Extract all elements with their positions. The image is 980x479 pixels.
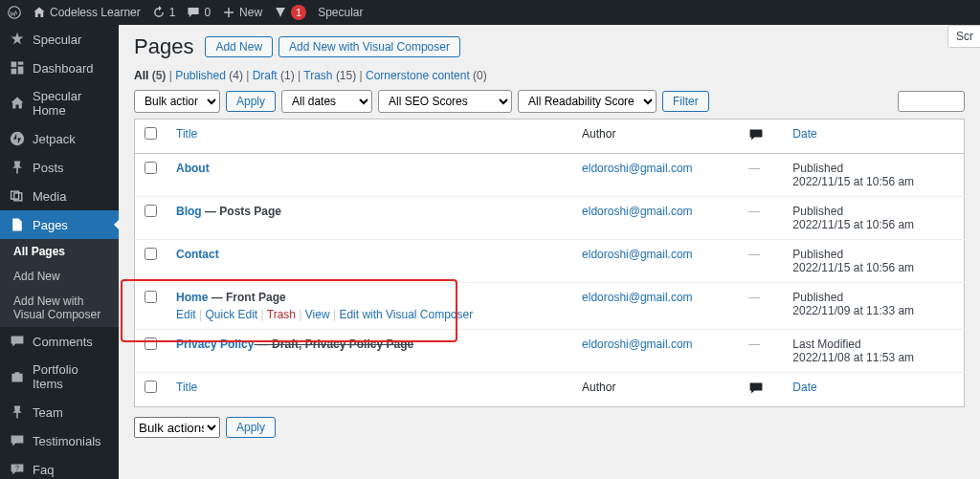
date-status: Published xyxy=(792,291,843,304)
main-content: Pages Add New Add New with Visual Compos… xyxy=(119,25,980,479)
readability-select[interactable]: All Readability Scores xyxy=(518,90,657,113)
sidebar-item-specular[interactable]: Specular xyxy=(0,25,119,54)
date-value: 2022/11/15 at 10:56 am xyxy=(792,261,914,274)
row-checkbox[interactable] xyxy=(145,248,157,260)
author-link[interactable]: eldoroshi@gmail.com xyxy=(582,291,693,304)
date-status: Published xyxy=(792,162,843,175)
date-value: 2022/11/08 at 11:53 am xyxy=(792,351,914,364)
pin-icon xyxy=(10,404,25,420)
page-title: Pages xyxy=(134,34,193,59)
specular-link[interactable]: Specular xyxy=(318,6,363,19)
row-checkbox[interactable] xyxy=(145,205,157,217)
comment-icon xyxy=(748,132,764,145)
table-row: Abouteldoroshi@gmail.com—Published2022/1… xyxy=(135,154,965,197)
wp-logo[interactable] xyxy=(8,6,21,19)
row-checkbox[interactable] xyxy=(145,162,157,174)
filter-cornerstone[interactable]: Cornerstone content (0) xyxy=(366,69,487,82)
page-icon xyxy=(10,217,25,232)
comments-count: — xyxy=(748,248,760,261)
select-all-checkbox-bottom[interactable] xyxy=(145,381,157,393)
page-title-link[interactable]: Home xyxy=(176,291,208,304)
author-link[interactable]: eldoroshi@gmail.com xyxy=(582,337,693,351)
dates-select[interactable]: All dates xyxy=(281,90,372,113)
add-new-vc-button[interactable]: Add New with Visual Composer xyxy=(278,36,460,57)
edit-link[interactable]: Edit xyxy=(176,308,196,321)
tablenav-top: Bulk actions Apply All dates All SEO Sco… xyxy=(134,90,965,113)
sidebar-item-comments[interactable]: Comments xyxy=(0,327,119,356)
bulk-actions-select-bottom[interactable]: Bulk actions xyxy=(134,417,220,438)
screen-options-button[interactable]: Scr xyxy=(947,25,980,48)
edit-vc-link[interactable]: Edit with Visual Composer xyxy=(339,308,473,321)
yoast-icon xyxy=(274,6,287,19)
add-new-button[interactable]: Add New xyxy=(205,36,273,57)
filter-button[interactable]: Filter xyxy=(662,91,709,112)
submenu-item[interactable]: Add New with Visual Composer xyxy=(0,289,119,327)
faq-icon: ? xyxy=(10,462,25,477)
page-title-link[interactable]: About xyxy=(176,162,210,175)
submenu-item[interactable]: Add New xyxy=(0,264,119,289)
col-comments[interactable] xyxy=(739,120,783,154)
svg-text:?: ? xyxy=(15,464,19,472)
yoast-link[interactable]: 1 xyxy=(274,5,306,20)
sidebar-item-label: Specular Home xyxy=(33,89,109,118)
post-state: — Draft, Privacy Policy Page xyxy=(254,337,413,351)
admin-sidebar: SpecularDashboardSpecular HomeJetpackPos… xyxy=(0,25,119,479)
sidebar-item-faq[interactable]: ?Faq xyxy=(0,455,119,479)
col-date[interactable]: Date xyxy=(783,120,964,154)
sidebar-item-jetpack[interactable]: Jetpack xyxy=(0,124,119,153)
sidebar-item-portfolio-items[interactable]: Portfolio Items xyxy=(0,356,119,398)
seo-select[interactable]: All SEO Scores xyxy=(378,90,512,113)
star-icon xyxy=(10,32,25,47)
apply-button[interactable]: Apply xyxy=(226,91,276,112)
view-link[interactable]: View xyxy=(305,308,330,321)
sidebar-item-specular-home[interactable]: Specular Home xyxy=(0,82,119,124)
filter-all[interactable]: All (5) xyxy=(134,69,166,82)
page-title-link[interactable]: Contact xyxy=(176,248,219,261)
sidebar-item-label: Team xyxy=(33,405,63,420)
date-status: Published xyxy=(792,205,843,218)
sidebar-item-pages[interactable]: Pages xyxy=(0,210,119,239)
author-link[interactable]: eldoroshi@gmail.com xyxy=(582,205,693,218)
col-title[interactable]: Title xyxy=(167,120,572,154)
portfolio-icon xyxy=(10,369,25,384)
row-checkbox[interactable] xyxy=(145,337,157,350)
svg-point-1 xyxy=(11,132,24,145)
sidebar-item-posts[interactable]: Posts xyxy=(0,153,119,182)
sidebar-item-dashboard[interactable]: Dashboard xyxy=(0,54,119,82)
site-name-link[interactable]: Codeless Learner xyxy=(33,6,141,19)
new-link[interactable]: New xyxy=(222,6,262,19)
trash-link[interactable]: Trash xyxy=(267,308,296,321)
row-checkbox[interactable] xyxy=(145,291,157,303)
testimonial-icon xyxy=(10,433,25,448)
author-link[interactable]: eldoroshi@gmail.com xyxy=(582,248,693,261)
home-icon xyxy=(33,6,46,19)
filter-draft[interactable]: Draft (1) xyxy=(253,69,295,82)
col-comments-foot[interactable] xyxy=(739,373,783,407)
sidebar-item-testimonials[interactable]: Testimonials xyxy=(0,426,119,455)
filter-trash[interactable]: Trash (15) xyxy=(303,69,356,82)
col-date-foot[interactable]: Date xyxy=(783,373,964,407)
bulk-actions-select[interactable]: Bulk actions xyxy=(134,90,220,113)
page-title-link[interactable]: Blog xyxy=(176,205,202,218)
dashboard-icon xyxy=(10,60,25,76)
comments-link[interactable]: 0 xyxy=(187,6,211,19)
updates-link[interactable]: 1 xyxy=(152,6,176,19)
select-all-checkbox[interactable] xyxy=(145,127,157,140)
sidebar-item-media[interactable]: Media xyxy=(0,182,119,210)
page-title-link[interactable]: Privacy Policy xyxy=(176,337,254,351)
sidebar-item-label: Media xyxy=(33,189,66,204)
col-title-foot[interactable]: Title xyxy=(167,373,572,407)
sidebar-item-team[interactable]: Team xyxy=(0,398,119,426)
submenu-item[interactable]: All Pages xyxy=(0,239,119,264)
author-link[interactable]: eldoroshi@gmail.com xyxy=(582,162,693,175)
filter-published[interactable]: Published (4) xyxy=(175,69,243,82)
comment-icon xyxy=(748,385,764,399)
quick-edit-link[interactable]: Quick Edit xyxy=(205,308,257,321)
comments-count: — xyxy=(748,291,760,304)
jetpack-icon xyxy=(10,131,25,146)
search-input[interactable] xyxy=(898,91,965,112)
sidebar-item-label: Pages xyxy=(33,218,68,232)
apply-button-bottom[interactable]: Apply xyxy=(226,417,276,438)
table-row: Blog — Posts Pageeldoroshi@gmail.com—Pub… xyxy=(135,197,965,240)
comment-icon xyxy=(187,6,200,19)
